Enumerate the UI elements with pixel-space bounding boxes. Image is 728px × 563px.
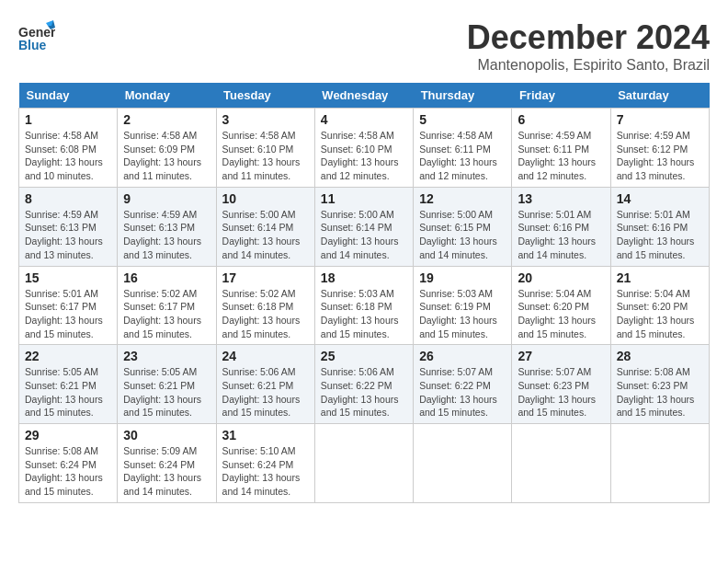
day-cell-9: 9Sunrise: 4:59 AMSunset: 6:13 PMDaylight…	[118, 187, 216, 266]
day-info: Sunrise: 5:01 AMSunset: 6:17 PMDaylight:…	[25, 287, 111, 341]
day-info: Sunrise: 5:06 AMSunset: 6:22 PMDaylight:…	[321, 365, 407, 419]
empty-cell	[414, 424, 512, 503]
header-thursday: Thursday	[414, 83, 512, 109]
day-cell-15: 15Sunrise: 5:01 AMSunset: 6:17 PMDayligh…	[19, 266, 118, 345]
header-monday: Monday	[118, 83, 216, 109]
day-number: 28	[617, 349, 703, 363]
day-cell-27: 27Sunrise: 5:07 AMSunset: 6:23 PMDayligh…	[512, 345, 610, 424]
day-cell-3: 3Sunrise: 4:58 AMSunset: 6:10 PMDaylight…	[216, 109, 314, 188]
day-cell-30: 30Sunrise: 5:09 AMSunset: 6:24 PMDayligh…	[118, 424, 216, 503]
day-number: 2	[123, 112, 210, 127]
day-info: Sunrise: 5:07 AMSunset: 6:23 PMDaylight:…	[518, 365, 604, 419]
day-number: 1	[25, 112, 111, 127]
day-cell-26: 26Sunrise: 5:07 AMSunset: 6:22 PMDayligh…	[414, 345, 512, 424]
day-info: Sunrise: 4:58 AMSunset: 6:09 PMDaylight:…	[123, 129, 210, 183]
day-number: 16	[123, 270, 210, 285]
day-cell-10: 10Sunrise: 5:00 AMSunset: 6:14 PMDayligh…	[216, 187, 314, 266]
empty-cell	[610, 424, 709, 503]
day-info: Sunrise: 5:02 AMSunset: 6:18 PMDaylight:…	[222, 287, 309, 341]
day-number: 7	[617, 112, 703, 127]
day-info: Sunrise: 5:02 AMSunset: 6:17 PMDaylight:…	[123, 287, 210, 341]
day-info: Sunrise: 4:59 AMSunset: 6:13 PMDaylight:…	[25, 208, 111, 262]
day-number: 13	[518, 191, 604, 206]
title-area: December 2024 Mantenopolis, Espirito San…	[467, 18, 710, 74]
day-info: Sunrise: 5:05 AMSunset: 6:21 PMDaylight:…	[123, 365, 210, 419]
day-number: 29	[25, 428, 111, 442]
empty-cell	[512, 424, 610, 503]
day-number: 15	[25, 270, 111, 285]
empty-cell	[314, 424, 413, 503]
day-info: Sunrise: 4:58 AMSunset: 6:10 PMDaylight:…	[222, 129, 309, 183]
day-number: 20	[518, 270, 604, 285]
day-cell-23: 23Sunrise: 5:05 AMSunset: 6:21 PMDayligh…	[118, 345, 216, 424]
day-number: 30	[123, 428, 210, 442]
day-number: 6	[518, 112, 604, 127]
day-cell-4: 4Sunrise: 4:58 AMSunset: 6:10 PMDaylight…	[314, 109, 413, 188]
day-cell-5: 5Sunrise: 4:58 AMSunset: 6:11 PMDaylight…	[414, 109, 512, 188]
day-number: 14	[617, 191, 703, 206]
header-friday: Friday	[512, 83, 610, 109]
day-number: 26	[419, 349, 506, 363]
day-info: Sunrise: 4:58 AMSunset: 6:08 PMDaylight:…	[25, 129, 111, 183]
day-info: Sunrise: 5:03 AMSunset: 6:19 PMDaylight:…	[419, 287, 506, 341]
day-number: 27	[518, 349, 604, 363]
weekday-header-row: Sunday Monday Tuesday Wednesday Thursday…	[19, 83, 710, 109]
month-title: December 2024	[467, 18, 710, 57]
day-cell-31: 31Sunrise: 5:10 AMSunset: 6:24 PMDayligh…	[216, 424, 314, 503]
day-info: Sunrise: 4:58 AMSunset: 6:10 PMDaylight:…	[321, 129, 407, 183]
day-number: 19	[419, 270, 506, 285]
day-number: 21	[617, 270, 703, 285]
header-saturday: Saturday	[610, 83, 709, 109]
day-cell-14: 14Sunrise: 5:01 AMSunset: 6:16 PMDayligh…	[610, 187, 709, 266]
page-header: General Blue December 2024 Mantenopolis,…	[18, 18, 710, 74]
day-info: Sunrise: 5:04 AMSunset: 6:20 PMDaylight:…	[518, 287, 604, 341]
day-cell-16: 16Sunrise: 5:02 AMSunset: 6:17 PMDayligh…	[118, 266, 216, 345]
day-number: 22	[25, 349, 111, 363]
day-number: 9	[123, 191, 210, 206]
day-info: Sunrise: 5:00 AMSunset: 6:14 PMDaylight:…	[222, 208, 309, 262]
location-title: Mantenopolis, Espirito Santo, Brazil	[467, 57, 710, 74]
header-wednesday: Wednesday	[314, 83, 413, 109]
day-number: 25	[321, 349, 407, 363]
day-number: 18	[321, 270, 407, 285]
day-cell-1: 1Sunrise: 4:58 AMSunset: 6:08 PMDaylight…	[19, 109, 118, 188]
day-cell-25: 25Sunrise: 5:06 AMSunset: 6:22 PMDayligh…	[314, 345, 413, 424]
day-number: 11	[321, 191, 407, 206]
day-cell-11: 11Sunrise: 5:00 AMSunset: 6:14 PMDayligh…	[314, 187, 413, 266]
day-number: 5	[419, 112, 506, 127]
calendar-week-4: 22Sunrise: 5:05 AMSunset: 6:21 PMDayligh…	[19, 345, 710, 424]
logo: General Blue	[18, 18, 55, 55]
day-info: Sunrise: 4:58 AMSunset: 6:11 PMDaylight:…	[419, 129, 506, 183]
day-cell-8: 8Sunrise: 4:59 AMSunset: 6:13 PMDaylight…	[19, 187, 118, 266]
day-number: 23	[123, 349, 210, 363]
day-cell-21: 21Sunrise: 5:04 AMSunset: 6:20 PMDayligh…	[610, 266, 709, 345]
day-info: Sunrise: 5:09 AMSunset: 6:24 PMDaylight:…	[123, 444, 210, 499]
svg-text:Blue: Blue	[18, 38, 47, 52]
day-info: Sunrise: 4:59 AMSunset: 6:13 PMDaylight:…	[123, 208, 210, 262]
day-number: 10	[222, 191, 309, 206]
day-cell-2: 2Sunrise: 4:58 AMSunset: 6:09 PMDaylight…	[118, 109, 216, 188]
day-number: 3	[222, 112, 309, 127]
logo-icon: General Blue	[18, 18, 55, 55]
day-cell-22: 22Sunrise: 5:05 AMSunset: 6:21 PMDayligh…	[19, 345, 118, 424]
day-cell-19: 19Sunrise: 5:03 AMSunset: 6:19 PMDayligh…	[414, 266, 512, 345]
day-cell-24: 24Sunrise: 5:06 AMSunset: 6:21 PMDayligh…	[216, 345, 314, 424]
day-info: Sunrise: 5:10 AMSunset: 6:24 PMDaylight:…	[222, 444, 309, 499]
day-info: Sunrise: 5:00 AMSunset: 6:14 PMDaylight:…	[321, 208, 407, 262]
day-number: 17	[222, 270, 309, 285]
calendar-week-2: 8Sunrise: 4:59 AMSunset: 6:13 PMDaylight…	[19, 187, 710, 266]
day-cell-6: 6Sunrise: 4:59 AMSunset: 6:11 PMDaylight…	[512, 109, 610, 188]
day-info: Sunrise: 5:01 AMSunset: 6:16 PMDaylight:…	[518, 208, 604, 262]
day-info: Sunrise: 4:59 AMSunset: 6:12 PMDaylight:…	[617, 129, 703, 183]
day-cell-28: 28Sunrise: 5:08 AMSunset: 6:23 PMDayligh…	[610, 345, 709, 424]
day-info: Sunrise: 5:01 AMSunset: 6:16 PMDaylight:…	[617, 208, 703, 262]
day-number: 4	[321, 112, 407, 127]
day-number: 8	[25, 191, 111, 206]
day-cell-17: 17Sunrise: 5:02 AMSunset: 6:18 PMDayligh…	[216, 266, 314, 345]
day-info: Sunrise: 5:08 AMSunset: 6:24 PMDaylight:…	[25, 444, 111, 499]
calendar-week-5: 29Sunrise: 5:08 AMSunset: 6:24 PMDayligh…	[19, 424, 710, 503]
calendar-table: Sunday Monday Tuesday Wednesday Thursday…	[18, 83, 710, 503]
day-number: 12	[419, 191, 506, 206]
day-info: Sunrise: 5:00 AMSunset: 6:15 PMDaylight:…	[419, 208, 506, 262]
calendar-week-1: 1Sunrise: 4:58 AMSunset: 6:08 PMDaylight…	[19, 109, 710, 188]
